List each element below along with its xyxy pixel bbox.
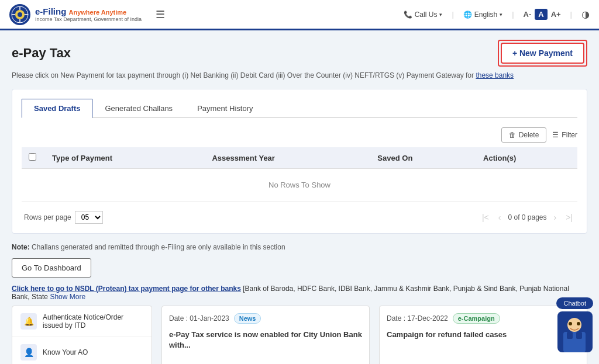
tab-bar: Saved Drafts Generated Challans Payment … xyxy=(22,99,577,118)
note-label: Note: xyxy=(12,243,30,251)
dept-name: Income Tax Department, Government of Ind… xyxy=(35,16,142,22)
svg-point-10 xyxy=(577,322,580,325)
type-of-payment-header: Type of Payment xyxy=(45,147,205,169)
news-card-1-header: Date : 01-Jan-2023 News xyxy=(169,313,362,324)
left-panel: 🔔 Authenticate Notice/Order issued by IT… xyxy=(12,306,152,364)
language-label: English xyxy=(474,11,497,19)
page-title: e-Pay Tax xyxy=(12,46,71,61)
call-us-nav[interactable]: 📞 Call Us ▾ xyxy=(404,11,443,19)
checkbox-col-header xyxy=(22,147,45,169)
svg-point-2 xyxy=(18,12,22,17)
info-text: Please click on New Payment for tax paym… xyxy=(12,71,587,79)
no-rows-row: No Rows To Show xyxy=(22,169,577,202)
news-card-1: Date : 01-Jan-2023 News e-Pay Tax servic… xyxy=(161,306,370,364)
new-payment-button[interactable]: + New Payment xyxy=(501,43,584,64)
emblem-icon xyxy=(9,4,30,25)
language-chevron: ▾ xyxy=(500,12,502,18)
first-page-btn[interactable]: |< xyxy=(480,212,491,223)
tab-payment-history[interactable]: Payment History xyxy=(185,99,265,118)
news-card-2-header: Date : 17-Dec-2022 e-Campaign xyxy=(387,313,580,324)
font-normal-btn[interactable]: A xyxy=(535,9,547,20)
news-card-2-title[interactable]: Campaign for refund failed cases xyxy=(387,330,580,340)
news-cards-area: Date : 01-Jan-2023 News e-Pay Tax servic… xyxy=(161,306,587,364)
logo-text: e-Filing Anywhere Anytime Income Tax Dep… xyxy=(35,6,142,22)
actions-header: Action(s) xyxy=(476,147,577,169)
svg-rect-12 xyxy=(576,332,582,339)
globe-icon: 🌐 xyxy=(463,11,472,19)
news-card-1-title[interactable]: e-Pay Tax service is now enabled for Cit… xyxy=(169,330,362,351)
rows-per-page-label: Rows per page xyxy=(24,213,71,221)
nav-separator-1: | xyxy=(452,10,453,19)
rows-per-page: Rows per page 05 10 25 xyxy=(24,211,103,224)
show-more-link[interactable]: Show More xyxy=(50,293,85,301)
saved-on-header: Saved On xyxy=(370,147,476,169)
go-to-dashboard-button[interactable]: Go To Dashboard xyxy=(12,258,91,278)
page-header: e-Pay Tax + New Payment xyxy=(12,40,587,67)
hamburger-menu[interactable]: ☰ xyxy=(156,8,165,21)
main-content: e-Pay Tax + New Payment Please click on … xyxy=(0,30,599,364)
table-toolbar: 🗑 Delete ☰ Filter xyxy=(22,127,577,143)
page-info: 0 of 0 pages xyxy=(508,213,546,221)
note-content: Challans generated and remitted through … xyxy=(32,243,285,251)
prev-page-btn[interactable]: ‹ xyxy=(496,212,504,223)
table-header-row: Type of Payment Assessment Year Saved On… xyxy=(22,147,577,169)
news-card-2-date: Date : 17-Dec-2022 xyxy=(387,314,448,323)
last-page-btn[interactable]: >| xyxy=(563,212,575,223)
phone-icon: 📞 xyxy=(404,11,412,19)
know-ao-icon: 👤 xyxy=(20,344,37,360)
font-decrease-btn[interactable]: A- xyxy=(524,10,532,19)
no-rows-message: No Rows To Show xyxy=(22,169,577,202)
know-ao-label: Know Your AO xyxy=(43,348,88,356)
font-controls: A- A A+ xyxy=(524,9,561,20)
news-card-1-date: Date : 01-Jan-2023 xyxy=(169,314,229,323)
brand-name: e-Filing Anywhere Anytime xyxy=(35,6,142,16)
select-all-checkbox[interactable] xyxy=(29,153,36,161)
left-panel-item-know-ao[interactable]: 👤 Know Your AO xyxy=(12,337,152,364)
svg-point-9 xyxy=(569,322,572,325)
pagination-bar: Rows per page 05 10 25 |< ‹ 0 of 0 pages… xyxy=(22,206,577,224)
filter-button[interactable]: ☰ Filter xyxy=(552,131,577,139)
ecampaign-badge: e-Campaign xyxy=(453,313,500,324)
news-badge-1: News xyxy=(234,313,261,324)
assessment-year-header: Assessment Year xyxy=(205,147,370,169)
brand-tagline: Anywhere Anytime xyxy=(69,9,127,16)
nsdl-link-area: Click here to go to NSDL (Protean) tax p… xyxy=(12,285,587,301)
next-page-btn[interactable]: › xyxy=(552,212,559,223)
call-us-chevron: ▾ xyxy=(439,12,442,18)
new-payment-btn-wrapper: + New Payment xyxy=(498,40,587,67)
chatbot-avatar[interactable] xyxy=(557,311,593,352)
filter-label: Filter xyxy=(562,131,577,139)
tab-generated-challans[interactable]: Generated Challans xyxy=(92,99,185,118)
data-table: Type of Payment Assessment Year Saved On… xyxy=(22,147,577,202)
svg-rect-8 xyxy=(563,332,586,352)
nav-right: 📞 Call Us ▾ | 🌐 English ▾ | A- A A+ | ◑ xyxy=(404,9,590,20)
nsdl-link[interactable]: Click here to go to NSDL (Protean) tax p… xyxy=(12,285,241,293)
chatbot-label: Chatbot xyxy=(556,297,593,309)
svg-rect-11 xyxy=(567,332,573,339)
authenticate-icon: 🔔 xyxy=(20,313,37,330)
top-navigation: e-Filing Anywhere Anytime Income Tax Dep… xyxy=(0,0,599,30)
note-text: Note: Challans generated and remitted th… xyxy=(12,243,587,251)
left-panel-item-authenticate[interactable]: 🔔 Authenticate Notice/Order issued by IT… xyxy=(12,306,152,337)
nav-separator-3: | xyxy=(570,10,572,19)
filter-icon: ☰ xyxy=(552,131,559,139)
font-increase-btn[interactable]: A+ xyxy=(551,10,561,19)
language-nav[interactable]: 🌐 English ▾ xyxy=(463,11,502,19)
these-banks-link[interactable]: these banks xyxy=(476,71,514,79)
chatbot-widget[interactable]: Chatbot xyxy=(556,297,593,352)
contrast-btn[interactable]: ◑ xyxy=(581,9,590,20)
trash-icon: 🗑 xyxy=(509,131,516,139)
bottom-section: 🔔 Authenticate Notice/Order issued by IT… xyxy=(12,306,587,364)
page-navigation: |< ‹ 0 of 0 pages › >| xyxy=(480,212,575,223)
delete-button[interactable]: 🗑 Delete xyxy=(501,127,547,143)
main-card: Saved Drafts Generated Challans Payment … xyxy=(12,89,587,234)
nav-separator-2: | xyxy=(512,10,514,19)
authenticate-label: Authenticate Notice/Order issued by ITD xyxy=(43,313,143,330)
delete-label: Delete xyxy=(519,131,539,139)
rows-per-page-select[interactable]: 05 10 25 xyxy=(75,211,103,224)
logo-area: e-Filing Anywhere Anytime Income Tax Dep… xyxy=(9,4,142,25)
call-us-label: Call Us xyxy=(415,11,438,19)
tab-saved-drafts[interactable]: Saved Drafts xyxy=(22,99,92,118)
